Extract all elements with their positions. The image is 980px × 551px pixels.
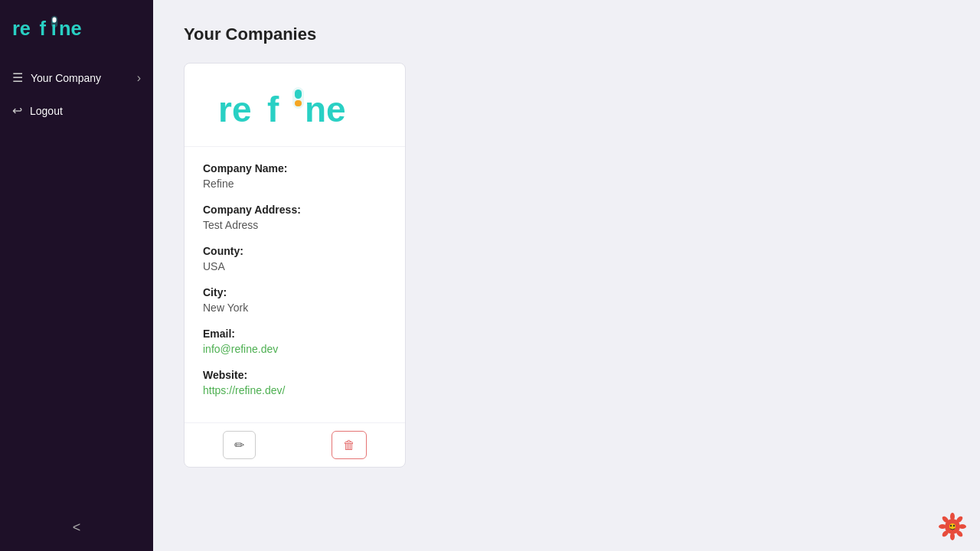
svg-rect-10 bbox=[295, 100, 302, 106]
delete-company-button[interactable]: 🗑 bbox=[332, 431, 367, 459]
edit-icon: ✏ bbox=[234, 438, 244, 452]
company-card: re f ne Company Name: Refine Company Add… bbox=[184, 63, 406, 468]
company-email-label: Email: bbox=[203, 328, 387, 340]
company-city-label: City: bbox=[203, 286, 387, 298]
sidebar-item-your-company[interactable]: ☰ Your Company › bbox=[0, 61, 153, 94]
svg-point-18 bbox=[950, 533, 955, 540]
card-body: Company Name: Refine Company Address: Te… bbox=[185, 147, 405, 422]
svg-text:re: re bbox=[218, 90, 251, 129]
company-county-field: County: USA bbox=[203, 245, 387, 272]
company-address-value: Test Adress bbox=[203, 219, 387, 231]
bottom-decorative-icon bbox=[937, 511, 968, 542]
main-content: Your Companies re f ne Company Name: Ref… bbox=[153, 0, 980, 551]
sidebar-collapse-button[interactable]: < bbox=[64, 517, 90, 539]
svg-point-14 bbox=[950, 513, 955, 520]
svg-text:re: re bbox=[12, 18, 31, 39]
refine-logo-svg: re f i ne bbox=[12, 14, 96, 41]
page-title: Your Companies bbox=[184, 24, 949, 44]
svg-rect-4 bbox=[52, 17, 56, 22]
svg-text:f: f bbox=[40, 18, 47, 39]
svg-rect-9 bbox=[295, 90, 302, 99]
company-website-label: Website: bbox=[203, 369, 387, 381]
svg-text:f: f bbox=[267, 90, 279, 129]
delete-icon: 🗑 bbox=[343, 439, 355, 452]
company-city-field: City: New York bbox=[203, 286, 387, 314]
company-website-value[interactable]: https://refine.dev/ bbox=[203, 384, 387, 396]
svg-text:ne: ne bbox=[59, 18, 82, 39]
company-website-field: Website: https://refine.dev/ bbox=[203, 369, 387, 396]
logout-icon: ↩ bbox=[12, 103, 22, 118]
card-actions: ✏ 🗑 bbox=[185, 422, 405, 467]
company-county-value: USA bbox=[203, 260, 387, 272]
logout-label: Logout bbox=[30, 105, 63, 117]
company-logo-area: re f ne bbox=[185, 64, 405, 147]
company-email-field: Email: info@refine.dev bbox=[203, 328, 387, 355]
chevron-right-icon: › bbox=[137, 71, 141, 85]
svg-point-20 bbox=[939, 524, 946, 529]
company-address-label: Company Address: bbox=[203, 204, 387, 216]
svg-point-24 bbox=[950, 525, 952, 527]
svg-point-16 bbox=[959, 524, 966, 529]
sidebar-item-label: Your Company bbox=[31, 72, 101, 84]
company-address-field: Company Address: Test Adress bbox=[203, 204, 387, 231]
svg-point-25 bbox=[953, 525, 955, 527]
sidebar-logo: re f i ne bbox=[0, 0, 153, 55]
company-city-value: New York bbox=[203, 302, 387, 314]
company-name-value: Refine bbox=[203, 178, 387, 190]
svg-text:ne: ne bbox=[305, 90, 346, 129]
company-logo: re f ne bbox=[218, 85, 371, 131]
menu-icon: ☰ bbox=[12, 70, 23, 85]
sidebar-nav: ☰ Your Company › ↩ Logout bbox=[0, 55, 153, 133]
company-email-value[interactable]: info@refine.dev bbox=[203, 343, 387, 355]
sidebar-logout[interactable]: ↩ Logout bbox=[0, 94, 153, 127]
edit-company-button[interactable]: ✏ bbox=[223, 431, 256, 459]
company-name-field: Company Name: Refine bbox=[203, 162, 387, 190]
company-name-label: Company Name: bbox=[203, 162, 387, 174]
sidebar: re f i ne ☰ Your Company › ↩ Logout < bbox=[0, 0, 153, 551]
company-county-label: County: bbox=[203, 245, 387, 257]
